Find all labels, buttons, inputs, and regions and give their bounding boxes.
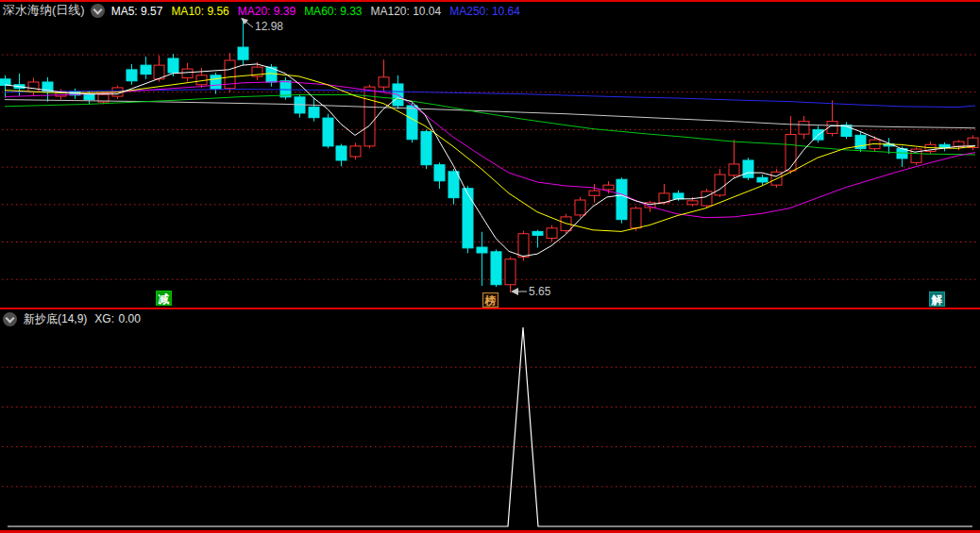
high-price-annotation: 12.98 <box>255 20 283 33</box>
event-marker-0[interactable]: 减 <box>156 291 172 306</box>
ma-legend-item-3: MA60: 9.33 <box>304 5 362 18</box>
ma-legend-item-1: MA10: 9.56 <box>171 5 228 18</box>
indicator-name: 新抄底(14,9) <box>24 311 87 327</box>
low-price-annotation: 5.65 <box>529 285 550 298</box>
chevron-down-icon[interactable] <box>3 312 17 326</box>
indicator-xg-label: XG: <box>94 312 114 325</box>
event-marker-2[interactable]: 解 <box>929 291 945 307</box>
ma-legend-item-5: MA250: 10.64 <box>449 5 520 18</box>
chevron-down-icon[interactable] <box>91 4 105 18</box>
ma-legend-item-4: MA120: 10.04 <box>371 5 442 18</box>
main-chart-header: 深水海纳(日线) MA5: 9.57MA10: 9.56MA20: 9.39MA… <box>3 3 529 18</box>
stock-title: 深水海纳(日线) <box>3 2 85 19</box>
chart-canvas[interactable] <box>0 0 980 533</box>
indicator-header: 新抄底(14,9) XG: 0.00 <box>3 311 141 326</box>
indicator-xg-value: 0.00 <box>118 312 140 325</box>
event-marker-1[interactable]: 榜 <box>482 292 498 308</box>
ma-legend-item-0: MA5: 9.57 <box>111 5 163 18</box>
ma-legend: MA5: 9.57MA10: 9.56MA20: 9.39MA60: 9.33M… <box>111 2 529 19</box>
ma-legend-item-2: MA20: 9.39 <box>238 5 296 18</box>
stock-chart-window: 深水海纳(日线) MA5: 9.57MA10: 9.56MA20: 9.39MA… <box>0 0 980 533</box>
